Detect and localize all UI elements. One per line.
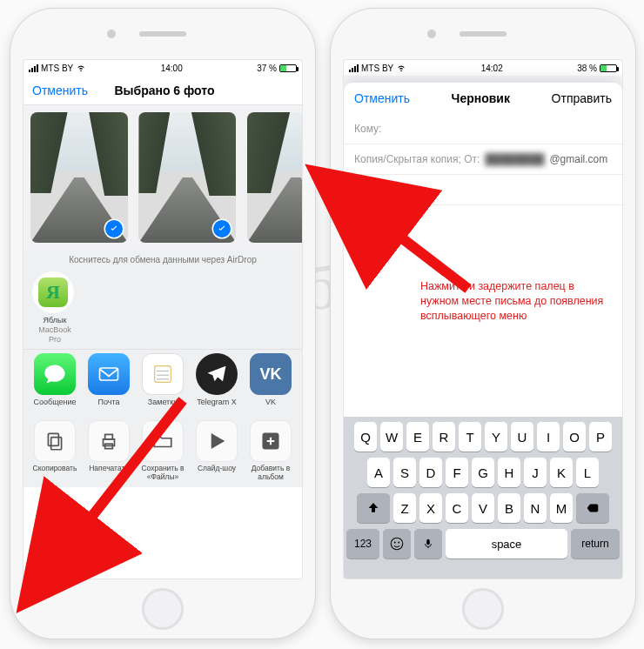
key-g[interactable]: G [472, 458, 494, 487]
share-apps-row: Сообщение Почта Заметки Telegram X [23, 350, 302, 413]
carrier-label: MTS BY [361, 64, 393, 73]
send-button[interactable]: Отправить [552, 91, 612, 105]
battery-icon [600, 64, 617, 72]
share-app-notes[interactable]: Заметки [140, 353, 185, 406]
keyboard[interactable]: QWERTYUIOP ASDFGHJKL ZXCVBNM 123 space r… [344, 417, 622, 579]
return-key[interactable]: return [571, 529, 620, 559]
key-a[interactable]: A [367, 458, 390, 487]
key-w[interactable]: W [380, 422, 403, 452]
emoji-key[interactable] [383, 529, 411, 559]
svg-rect-14 [426, 539, 430, 545]
nav-title: Выбрано 6 фото [114, 84, 214, 97]
share-app-mail[interactable]: Почта [86, 353, 131, 406]
photo-thumb[interactable] [247, 112, 302, 243]
key-i[interactable]: I [537, 422, 560, 452]
svg-rect-6 [48, 434, 58, 446]
text-cursor [354, 219, 356, 233]
airdrop-name: Яблык [32, 316, 77, 325]
svg-point-13 [398, 542, 399, 544]
action-slideshow[interactable]: Слайд-шоу [194, 420, 239, 482]
backspace-key[interactable] [576, 493, 609, 523]
key-t[interactable]: T [459, 422, 481, 452]
screen-left: MTS BY 14:00 37 % Отменить Выбрано 6 фот… [23, 59, 303, 579]
key-c[interactable]: C [446, 493, 468, 523]
key-s[interactable]: S [393, 458, 416, 487]
action-label: Слайд-шоу [194, 465, 239, 473]
signal-icon [29, 64, 38, 72]
key-e[interactable]: E [406, 422, 429, 452]
key-o[interactable]: O [563, 422, 586, 452]
app-label: Telegram X [194, 398, 239, 406]
action-print[interactable]: Напечатать [86, 420, 131, 482]
shift-icon [366, 501, 380, 515]
status-bar: MTS BY 14:00 37 % [23, 60, 302, 76]
action-copy[interactable]: Скопировать [32, 420, 77, 482]
key-u[interactable]: U [511, 422, 533, 452]
key-m[interactable]: M [550, 493, 573, 523]
key-k[interactable]: K [550, 458, 573, 487]
key-f[interactable]: F [446, 458, 468, 487]
battery-pct: 38 % [577, 64, 597, 73]
cancel-button[interactable]: Отменить [32, 84, 88, 97]
space-key[interactable]: space [446, 529, 567, 559]
share-app-messages[interactable]: Сообщение [32, 353, 77, 406]
clock: 14:00 [161, 64, 183, 73]
airdrop-device: MacBook Pro [32, 325, 77, 345]
key-v[interactable]: V [472, 493, 494, 523]
svg-point-12 [394, 542, 396, 544]
svg-rect-5 [51, 438, 62, 450]
cancel-button[interactable]: Отменить [354, 91, 410, 105]
svg-point-11 [391, 538, 403, 550]
photo-thumb[interactable] [138, 112, 236, 243]
share-app-telegram[interactable]: Telegram X [194, 353, 239, 406]
subject-field[interactable]: Тема: [344, 175, 622, 205]
battery-icon [279, 64, 297, 72]
home-button[interactable] [142, 588, 184, 630]
key-q[interactable]: Q [354, 422, 377, 452]
app-label: Заметки [140, 398, 185, 406]
phone-speaker [460, 31, 506, 37]
from-domain: @gmail.com [549, 153, 607, 165]
shift-key[interactable] [357, 493, 390, 523]
phone-camera [107, 30, 116, 38]
cc-from-field[interactable]: Копия/Скрытая копия; От: ████████@gmail.… [344, 144, 622, 175]
selected-photos-row[interactable] [23, 105, 302, 250]
key-y[interactable]: Y [485, 422, 507, 452]
svg-rect-8 [105, 435, 113, 439]
key-b[interactable]: B [498, 493, 520, 523]
airdrop-target[interactable]: Я Яблык MacBook Pro [32, 271, 77, 344]
home-button[interactable] [462, 588, 504, 630]
key-j[interactable]: J [524, 458, 547, 487]
carrier-label: MTS BY [41, 64, 73, 73]
key-n[interactable]: N [524, 493, 547, 523]
to-field[interactable]: Кому: [344, 114, 622, 144]
share-app-vk[interactable]: VK VK [248, 353, 293, 406]
action-label: Скопировать [32, 465, 77, 473]
phone-speaker [139, 31, 186, 37]
phone-left: MTS BY 14:00 37 % Отменить Выбрано 6 фот… [10, 9, 315, 639]
key-x[interactable]: X [419, 493, 442, 523]
key-d[interactable]: D [419, 458, 442, 487]
to-label: Кому: [354, 123, 381, 135]
action-save-files[interactable]: Сохранить в «Файлы» [140, 420, 185, 482]
clock: 14:02 [481, 64, 503, 73]
share-actions-row: Скопировать Напечатать Сохранить в «Файл… [23, 413, 302, 487]
key-h[interactable]: H [498, 458, 520, 487]
key-p[interactable]: P [589, 422, 612, 452]
cc-label: Копия/Скрытая копия; От: [354, 153, 480, 165]
battery-pct: 37 % [257, 64, 277, 73]
app-label: Сообщение [32, 398, 77, 406]
mic-key[interactable] [414, 529, 442, 559]
action-label: Сохранить в «Файлы» [140, 465, 185, 482]
svg-rect-1 [155, 366, 171, 383]
action-add-album[interactable]: Добавить в альбом [248, 420, 293, 482]
photo-thumb[interactable] [30, 112, 128, 243]
key-z[interactable]: Z [393, 493, 416, 523]
folder-icon [151, 430, 174, 452]
key-l[interactable]: L [576, 458, 599, 487]
mic-icon [422, 536, 434, 552]
compose-nav: Отменить Черновик Отправить [344, 83, 622, 114]
status-bar: MTS BY 14:02 38 % [344, 60, 622, 76]
key-r[interactable]: R [433, 422, 455, 452]
numbers-key[interactable]: 123 [346, 529, 379, 559]
